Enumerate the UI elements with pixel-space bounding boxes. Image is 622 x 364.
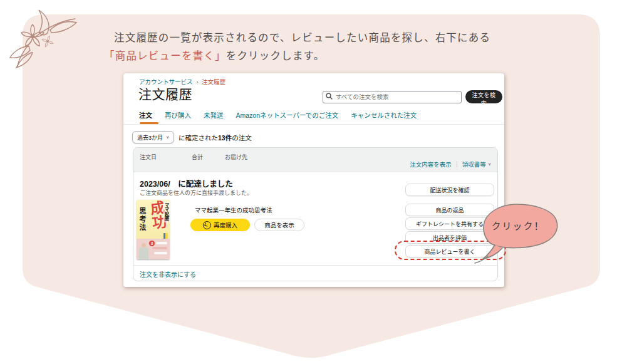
time-period-value: 過去3か月 [137, 133, 163, 142]
order-count-number: 13件 [218, 134, 232, 142]
speech-bubble-tail [482, 245, 502, 259]
column-total: 合計 [192, 153, 203, 161]
receipts-dropdown-link[interactable]: 領収書等∨ [462, 160, 491, 169]
delivery-status-title: 2023/06/ に配達しました [140, 177, 233, 189]
tab-cancelled[interactable]: キャンセルされた注文 [351, 110, 417, 120]
buy-again-button[interactable]: 再度購入 [190, 219, 250, 231]
book-cover-person-body [139, 247, 148, 259]
click-bubble-label: クリック！ [484, 219, 552, 232]
amazon-order-history-screenshot: アカウントサービス › 注文履歴 注文履歴 注文を検索 注文 再び購入 未発送 … [123, 73, 504, 287]
column-order-date: 注文日 [140, 153, 157, 161]
instruction-line-2-rest: をクリックします。 [226, 50, 325, 62]
tutorial-page: 注文履歴の一覧が表示されるので、レビューしたい商品を探し、右下にある 「商品レビ… [0, 0, 622, 364]
instruction-highlight: 「商品レビューを書く」 [104, 50, 226, 62]
order-card: 注文日 合計 お届け先 注文内容を表示 領収書等∨ 2023/06/ に配達しま… [133, 147, 498, 281]
tab-buy-again[interactable]: 再び購入 [165, 110, 191, 120]
order-card-header: 注文日 合計 お届け先 注文内容を表示 領収書等∨ [133, 148, 497, 172]
product-cover-image[interactable]: 思考法 成功 ママ起業 3 [137, 200, 170, 259]
order-search-box [323, 90, 462, 103]
book-cover-text-line [152, 247, 167, 249]
breadcrumb-order-history[interactable]: 注文履歴 [202, 78, 225, 85]
search-orders-button[interactable]: 注文を検索 [465, 90, 502, 103]
column-ship-to: お届け先 [225, 153, 247, 161]
order-count-text: に確定された13件の注文 [179, 133, 252, 142]
search-icon [326, 93, 333, 100]
delivery-status-subtitle: ご注文商品を住人の方に直接手渡しました。 [140, 189, 252, 197]
click-speech-bubble [457, 197, 567, 269]
tab-orders[interactable]: 注文 [139, 110, 152, 120]
order-tabs: 注文 再び購入 未発送 Amazonネットスーパーでのご注文 キャンセルされた注… [139, 110, 417, 120]
view-order-details-link[interactable]: 注文内容を表示 [410, 160, 452, 169]
book-cover-text-line [154, 252, 167, 254]
book-cover-badge: 3 [149, 241, 155, 246]
order-count-prefix: に確定された [179, 134, 218, 142]
chevron-down-icon: ∨ [488, 162, 491, 167]
book-cover-side-text: ママ起業 [163, 201, 170, 222]
order-card-divider [133, 265, 497, 266]
order-header-links: 注文内容を表示 領収書等∨ [410, 160, 491, 169]
book-cover-bottom: 3 [137, 239, 170, 259]
instruction-line-1: 注文履歴の一覧が表示されるので、レビューしたい商品を探し、右下にある [104, 29, 530, 47]
page-title: 注文履歴 [138, 84, 192, 103]
book-cover-person-photo [142, 243, 146, 247]
links-separator [457, 161, 457, 167]
product-title-link[interactable]: ママ起業一年生の成功思考法 [195, 205, 272, 214]
receipts-label: 領収書等 [462, 160, 486, 169]
view-item-button[interactable]: 商品を表示 [254, 219, 304, 231]
buy-again-label: 再度購入 [214, 221, 237, 229]
search-input[interactable] [323, 91, 462, 103]
hide-order-link[interactable]: 注文を非表示にする [140, 269, 196, 279]
book-cover-text-line [156, 242, 167, 244]
tab-not-shipped[interactable]: 未発送 [204, 110, 224, 120]
chevron-down-icon: ∨ [166, 135, 169, 140]
breadcrumb-separator: › [196, 78, 198, 85]
instruction-text: 注文履歴の一覧が表示されるので、レビューしたい商品を探し、右下にある 「商品レビ… [104, 29, 530, 65]
book-cover-top: 思考法 成功 ママ起業 [137, 200, 170, 239]
refresh-icon [203, 221, 211, 229]
check-delivery-status-button[interactable]: 配送状況を確認 [405, 184, 494, 196]
tab-net-super[interactable]: Amazonネットスーパーでのご注文 [236, 110, 339, 120]
tabs-divider [123, 124, 504, 125]
instruction-line-2: 「商品レビューを書く」をクリックします。 [104, 47, 530, 65]
time-period-dropdown[interactable]: 過去3か月 ∨ [132, 131, 174, 143]
order-count-suffix: の注文 [232, 134, 252, 142]
